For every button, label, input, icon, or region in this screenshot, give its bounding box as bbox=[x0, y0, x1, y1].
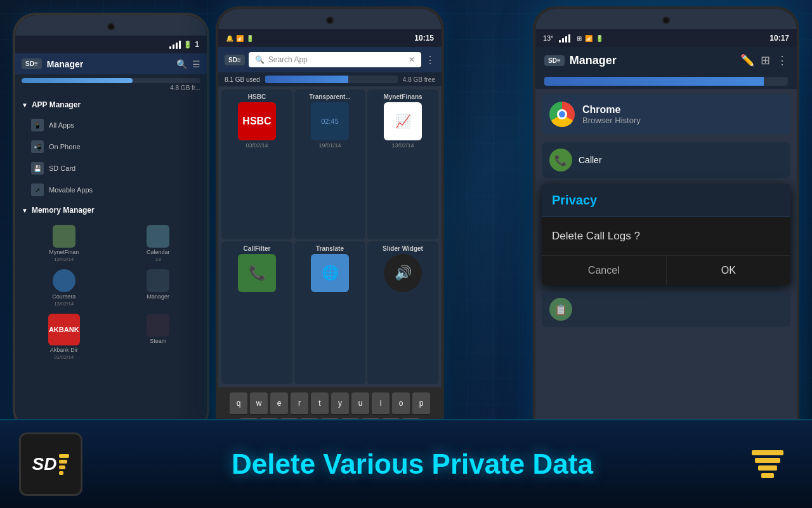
left-app-list: MynetFinan 13/02/14 Calendar 13 Coursera… bbox=[15, 220, 207, 365]
phone-left-camera bbox=[15, 15, 207, 36]
list-item[interactable]: AKBANK Akbank Dir 01/02/14 bbox=[18, 311, 110, 363]
chrome-item[interactable]: Chrome Browser History bbox=[542, 94, 790, 135]
app-name-hsbc: HSBC bbox=[248, 93, 266, 100]
right-storage-fill bbox=[544, 77, 764, 86]
camera-dot-middle bbox=[326, 17, 334, 24]
app-cell-slider[interactable]: Slider Widget 🔊 bbox=[367, 241, 438, 385]
wifi-icon-middle: 📶 bbox=[236, 35, 244, 42]
bottom-app-item[interactable]: 📋 bbox=[542, 291, 790, 327]
app-name-mynet: MynetFinans bbox=[383, 93, 422, 100]
app-name: Manager bbox=[115, 293, 202, 300]
menu-section-app[interactable]: ▼ APP Manager bbox=[15, 95, 207, 114]
ok-button[interactable]: OK bbox=[667, 256, 791, 285]
key-w[interactable]: w bbox=[250, 392, 268, 415]
app-cell-mynet[interactable]: MynetFinans 📈 13/02/14 bbox=[367, 90, 438, 239]
key-i[interactable]: i bbox=[372, 392, 390, 415]
phone-middle-camera bbox=[218, 9, 442, 29]
storage-text-left: 4.8 GB fr... bbox=[22, 84, 200, 91]
list-item[interactable]: Manager bbox=[112, 267, 205, 309]
transparent-icon: 02:45 bbox=[311, 102, 349, 140]
sd-bar-2 bbox=[59, 460, 67, 464]
app-thumb-icon bbox=[147, 269, 169, 292]
grid-icon-right[interactable]: ⊞ bbox=[761, 53, 770, 67]
search-bar[interactable]: 🔍 Search App ✕ bbox=[249, 52, 421, 67]
slider-icon: 🔊 bbox=[384, 254, 422, 292]
app-name-translate: Translate bbox=[316, 245, 344, 252]
status-bar-right: 13° ⊞ 📶 🔋 10:17 bbox=[535, 29, 797, 47]
app-cell-callfilter[interactable]: CallFilter 📞 bbox=[221, 241, 292, 385]
sd-right-bar-3 bbox=[758, 465, 777, 471]
movable-icon: ↗ bbox=[31, 184, 44, 196]
list-item[interactable]: Coursera 13/02/14 bbox=[18, 267, 110, 309]
overflow-menu-icon[interactable]: ⋮ bbox=[425, 54, 435, 66]
mynet-icon: 📈 bbox=[384, 102, 422, 140]
edit-icon-right[interactable]: ✏️ bbox=[740, 53, 754, 67]
cancel-button[interactable]: Cancel bbox=[542, 256, 667, 285]
chrome-logo bbox=[549, 102, 575, 127]
app-cell-hsbc[interactable]: HSBC HSBC 03/02/14 bbox=[221, 90, 292, 239]
app-cell-transparent[interactable]: Transparent... 02:45 19/01/14 bbox=[294, 90, 365, 239]
right-storage-bar bbox=[535, 74, 797, 89]
key-q[interactable]: q bbox=[230, 392, 247, 415]
storage-free-text: 4.8 GB free bbox=[403, 76, 435, 83]
menu-item-on-phone[interactable]: 📲 On Phone bbox=[15, 136, 207, 157]
battery-icon-right: 🔋 bbox=[596, 35, 603, 42]
app-date-mynet: 13/02/14 bbox=[391, 142, 414, 149]
camera-dot-left bbox=[107, 23, 115, 30]
key-r[interactable]: r bbox=[291, 392, 308, 415]
search-icon-left[interactable]: 🔍 bbox=[176, 59, 187, 69]
storage-bar-left: 4.8 GB fr... bbox=[15, 74, 207, 95]
sd-card-label: SD Card bbox=[49, 164, 75, 172]
key-p[interactable]: p bbox=[412, 392, 430, 415]
overflow-icon-right[interactable]: ⋮ bbox=[776, 53, 788, 67]
clear-search-icon[interactable]: ✕ bbox=[409, 55, 415, 64]
battery-icon: 🔋 bbox=[183, 41, 192, 49]
list-item[interactable]: Calendar 13 bbox=[112, 222, 205, 265]
signal-icon-right bbox=[559, 34, 570, 43]
menu-item-movable[interactable]: ↗ Movable Apps bbox=[15, 179, 207, 201]
app-name: Steam bbox=[115, 338, 202, 344]
menu-icon-left[interactable]: ☰ bbox=[192, 59, 200, 69]
app-name: MynetFinan bbox=[20, 249, 108, 255]
privacy-actions: Cancel OK bbox=[542, 255, 790, 285]
list-item[interactable]: MynetFinan 13/02/14 bbox=[18, 222, 110, 265]
bottom-banner: SD Delete Various Private Data bbox=[0, 419, 812, 508]
sd-logo-right bbox=[742, 432, 793, 496]
menu-item-all-apps[interactable]: 📱 All Apps bbox=[15, 114, 207, 136]
storage-progress-bar bbox=[265, 76, 398, 83]
list-item[interactable]: Steam bbox=[112, 311, 205, 363]
sd-right-bar-4 bbox=[761, 473, 774, 478]
key-t[interactable]: t bbox=[311, 392, 329, 415]
status-bar-middle: 🔔 📶 🔋 10:15 bbox=[218, 29, 442, 47]
nfc-icon: ⊞ bbox=[577, 35, 582, 42]
topbar-icons-left: 🔍 ☰ bbox=[176, 59, 200, 69]
sidebar-menu: ▼ APP Manager 📱 All Apps 📲 On Phone 💾 SD… bbox=[15, 95, 207, 429]
status-time-middle: 10:15 bbox=[414, 34, 434, 43]
caller-icon: 📞 bbox=[549, 149, 572, 171]
app-name-transparent: Transparent... bbox=[309, 93, 351, 100]
right-storage-progress bbox=[544, 77, 788, 86]
key-e[interactable]: e bbox=[270, 392, 288, 415]
privacy-dialog-title: Privacy bbox=[542, 184, 790, 217]
app-thumb-icon bbox=[53, 225, 75, 248]
phone-left: 🔋 1 SD≡ Manager 🔍 ☰ 4.8 GB fr... bbox=[13, 13, 209, 432]
app-thumb-icon bbox=[147, 225, 169, 248]
key-o[interactable]: o bbox=[392, 392, 410, 415]
wifi-icon-right: 📶 bbox=[585, 35, 593, 42]
key-u[interactable]: u bbox=[351, 392, 369, 415]
menu-section-memory[interactable]: ▼ Memory Manager bbox=[15, 201, 207, 220]
app-cell-translate[interactable]: Translate 🌐 bbox=[294, 241, 365, 385]
caller-item[interactable]: 📞 Caller bbox=[542, 142, 790, 178]
sd-right-bar-1 bbox=[752, 450, 783, 455]
sd-icon-right: SD≡ bbox=[544, 55, 565, 66]
all-apps-label: All Apps bbox=[49, 121, 74, 129]
right-topbar-icons: ✏️ ⊞ ⋮ bbox=[740, 53, 788, 67]
right-status-icons: ⊞ 📶 🔋 bbox=[577, 35, 768, 42]
app-date-transparent: 19/01/14 bbox=[318, 142, 341, 149]
search-placeholder-text: Search App bbox=[268, 55, 405, 64]
app-name: Coursera bbox=[20, 293, 108, 300]
sd-icon-middle: SD≡ bbox=[225, 55, 245, 65]
storage-fill-left bbox=[22, 78, 133, 83]
menu-item-sd-card[interactable]: 💾 SD Card bbox=[15, 157, 207, 179]
key-y[interactable]: y bbox=[331, 392, 349, 415]
